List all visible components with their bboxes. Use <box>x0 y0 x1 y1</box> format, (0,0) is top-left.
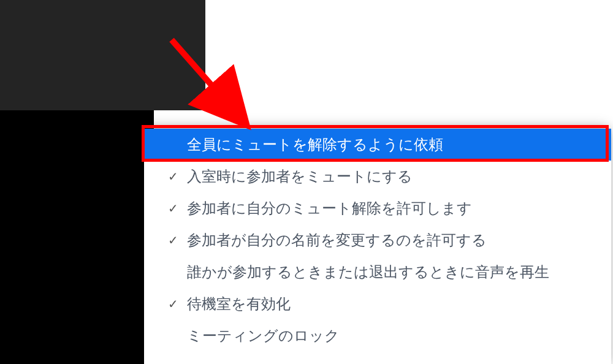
menu-item-label: 誰かが参加するときまたは退出するときに音声を再生 <box>187 265 549 279</box>
dark-panel-bottom-left <box>0 110 154 364</box>
menu-item-label: ミーティングのロック <box>187 328 340 343</box>
check-icon: ✓ <box>162 169 183 184</box>
menu-item-label: 参加者が自分の名前を変更するのを許可する <box>187 233 487 248</box>
menu-item-allow-rename[interactable]: ✓ 参加者が自分の名前を変更するのを許可する <box>144 224 611 256</box>
menu-item-label: 参加者に自分のミュート解除を許可します <box>187 201 472 216</box>
menu-item-mute-on-entry[interactable]: ✓ 入室時に参加者をミュートにする <box>144 161 611 192</box>
menu-item-label: 待機室を有効化 <box>187 297 291 311</box>
menu-item-ask-all-unmute[interactable]: 全員にミュートを解除するように依頼 <box>144 129 611 161</box>
check-icon: ✓ <box>162 201 183 216</box>
check-icon: ✓ <box>162 297 183 311</box>
menu-item-label: 入室時に参加者をミュートにする <box>187 169 413 184</box>
menu-item-play-join-leave-sound[interactable]: 誰かが参加するときまたは退出するときに音声を再生 <box>144 256 611 288</box>
check-icon: ✓ <box>162 233 183 248</box>
menu-item-allow-unmute[interactable]: ✓ 参加者に自分のミュート解除を許可します <box>144 192 611 224</box>
dark-panel-top-left <box>0 0 205 110</box>
participants-context-menu: 全員にミュートを解除するように依頼 ✓ 入室時に参加者をミュートにする ✓ 参加… <box>144 129 611 364</box>
menu-item-label: 全員にミュートを解除するように依頼 <box>187 137 443 152</box>
menu-item-enable-waiting-room[interactable]: ✓ 待機室を有効化 <box>144 288 611 320</box>
menu-item-lock-meeting[interactable]: ミーティングのロック <box>144 320 611 352</box>
